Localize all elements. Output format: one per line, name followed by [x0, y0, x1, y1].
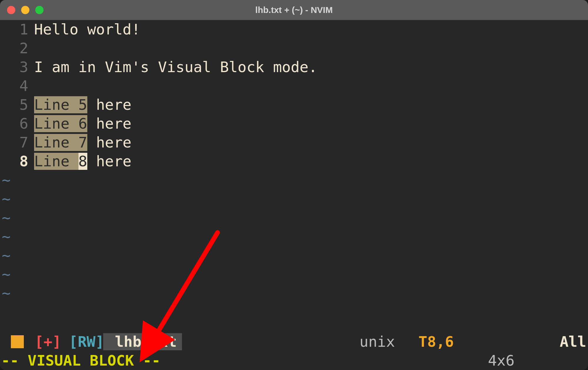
status-position: T8,6 — [418, 333, 559, 350]
line-number: 4 — [0, 77, 28, 95]
text-line[interactable] — [34, 77, 588, 95]
tilde-marker: ~ — [2, 171, 11, 190]
line-number: 6 — [0, 114, 28, 133]
titlebar: lhb.txt + (~) - NVIM — [0, 0, 588, 20]
line-number: 8 — [0, 152, 28, 171]
maximize-button[interactable] — [35, 6, 44, 14]
visual-selection: Line 7 — [34, 134, 87, 151]
buffer-content[interactable]: Hello world!I am in Vim's Visual Block m… — [34, 20, 588, 332]
line-number: 2 — [0, 39, 28, 58]
line-number: 7 — [0, 133, 28, 152]
close-button[interactable] — [7, 6, 15, 14]
status-modified: [+] — [35, 333, 69, 350]
line-number: 3 — [0, 58, 28, 77]
tilde-marker: ~ — [2, 190, 11, 208]
tilde-marker: ~ — [2, 208, 11, 227]
text-line[interactable]: Line 5 here — [34, 95, 588, 114]
mode-square-icon — [11, 335, 24, 348]
statusline: [+] [RW] lhb.txt unix T8,6 All — [0, 332, 588, 351]
line-number: 5 — [0, 95, 28, 114]
text-line[interactable]: I am in Vim's Visual Block mode. — [34, 58, 588, 77]
visual-range: 4x6 — [488, 352, 588, 369]
minimize-button[interactable] — [21, 6, 29, 14]
mode-indicator: -- VISUAL BLOCK -- — [1, 352, 161, 369]
status-filetype: unix — [360, 333, 418, 350]
text-line[interactable] — [34, 39, 588, 58]
editor-area[interactable]: 12345678Hello world!I am in Vim's Visual… — [0, 20, 588, 332]
tilde-marker: ~ — [2, 284, 11, 303]
status-percent: All — [560, 333, 588, 350]
tilde-marker: ~ — [2, 265, 11, 284]
modeline: -- VISUAL BLOCK -- 4x6 — [0, 351, 588, 370]
terminal-window: lhb.txt + (~) - NVIM 12345678Hello world… — [0, 0, 588, 370]
window-title: lhb.txt + (~) - NVIM — [255, 5, 333, 15]
tilde-marker: ~ — [2, 227, 11, 246]
status-filename: lhb.txt — [103, 333, 182, 350]
traffic-lights — [7, 6, 44, 14]
line-number: 1 — [0, 20, 28, 39]
text-line[interactable]: Hello world! — [34, 20, 588, 39]
visual-selection: Line 8 — [34, 153, 87, 170]
text-line[interactable]: Line 8 here — [34, 152, 588, 171]
cursor: 8 — [78, 153, 87, 170]
tilde-marker: ~ — [2, 246, 11, 265]
visual-selection: Line 5 — [34, 96, 87, 113]
visual-selection: Line 6 — [34, 115, 87, 132]
text-line[interactable]: Line 6 here — [34, 114, 588, 133]
text-line[interactable]: Line 7 here — [34, 133, 588, 152]
status-indicator — [0, 335, 35, 348]
